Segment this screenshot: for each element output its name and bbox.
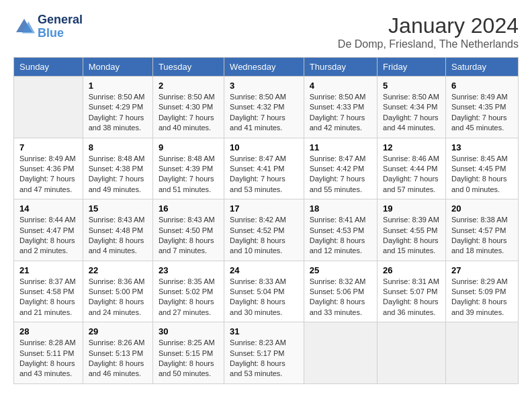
day-info: Sunrise: 8:47 AMSunset: 4:42 PMDaylight:… — [310, 154, 371, 195]
day-number: 8 — [89, 142, 147, 152]
header-saturday: Saturday — [445, 58, 518, 77]
day-info: Sunrise: 8:38 AMSunset: 4:57 PMDaylight:… — [451, 215, 513, 257]
day-info: Sunrise: 8:31 AMSunset: 5:07 PMDaylight:… — [383, 277, 440, 318]
day-number: 6 — [451, 81, 513, 91]
calendar-cell: 23Sunrise: 8:35 AMSunset: 5:02 PMDayligh… — [152, 261, 224, 322]
calendar-cell: 29Sunrise: 8:26 AMSunset: 5:13 PMDayligh… — [83, 322, 152, 384]
day-number: 28 — [19, 326, 77, 336]
calendar-cell: 9Sunrise: 8:48 AMSunset: 4:39 PMDaylight… — [152, 138, 224, 199]
day-info: Sunrise: 8:43 AMSunset: 4:50 PMDaylight:… — [159, 215, 218, 257]
subtitle: De Domp, Friesland, The Netherlands — [338, 38, 519, 50]
calendar-cell: 27Sunrise: 8:29 AMSunset: 5:09 PMDayligh… — [445, 261, 518, 322]
main-title: January 2024 — [338, 13, 519, 38]
day-info: Sunrise: 8:44 AMSunset: 4:47 PMDaylight:… — [19, 215, 77, 257]
calendar-cell: 24Sunrise: 8:33 AMSunset: 5:04 PMDayligh… — [224, 261, 304, 322]
day-number: 20 — [451, 203, 513, 214]
week-row-4: 28Sunrise: 8:28 AMSunset: 5:11 PMDayligh… — [14, 322, 519, 384]
day-info: Sunrise: 8:45 AMSunset: 4:45 PMDaylight:… — [451, 154, 513, 195]
calendar-cell — [304, 322, 377, 384]
week-row-1: 7Sunrise: 8:49 AMSunset: 4:36 PMDaylight… — [14, 138, 519, 199]
day-number: 18 — [310, 203, 371, 214]
calendar-cell: 22Sunrise: 8:36 AMSunset: 5:00 PMDayligh… — [83, 261, 152, 322]
day-info: Sunrise: 8:33 AMSunset: 5:04 PMDaylight:… — [230, 277, 298, 318]
day-info: Sunrise: 8:48 AMSunset: 4:39 PMDaylight:… — [159, 154, 218, 195]
calendar-cell: 20Sunrise: 8:38 AMSunset: 4:57 PMDayligh… — [445, 199, 518, 261]
calendar-cell: 17Sunrise: 8:42 AMSunset: 4:52 PMDayligh… — [224, 199, 304, 261]
header-thursday: Thursday — [304, 58, 377, 77]
day-number: 10 — [230, 142, 298, 152]
week-row-3: 21Sunrise: 8:37 AMSunset: 4:58 PMDayligh… — [14, 261, 519, 322]
calendar-cell: 12Sunrise: 8:46 AMSunset: 4:44 PMDayligh… — [378, 138, 446, 199]
calendar-cell: 26Sunrise: 8:31 AMSunset: 5:07 PMDayligh… — [378, 261, 446, 322]
logo-line2: Blue — [38, 26, 64, 40]
day-number: 2 — [159, 81, 218, 91]
calendar-cell — [378, 322, 446, 384]
calendar-cell: 13Sunrise: 8:45 AMSunset: 4:45 PMDayligh… — [445, 138, 518, 199]
day-info: Sunrise: 8:26 AMSunset: 5:13 PMDaylight:… — [89, 338, 147, 379]
day-info: Sunrise: 8:46 AMSunset: 4:44 PMDaylight:… — [383, 154, 440, 195]
day-info: Sunrise: 8:48 AMSunset: 4:38 PMDaylight:… — [89, 154, 147, 195]
header-sunday: Sunday — [14, 58, 83, 77]
logo-line1: General — [38, 13, 83, 27]
day-info: Sunrise: 8:49 AMSunset: 4:36 PMDaylight:… — [19, 154, 77, 195]
day-number: 1 — [89, 81, 147, 91]
day-number: 13 — [451, 142, 513, 152]
day-info: Sunrise: 8:37 AMSunset: 4:58 PMDaylight:… — [19, 277, 77, 318]
day-info: Sunrise: 8:41 AMSunset: 4:53 PMDaylight:… — [310, 215, 371, 257]
calendar-cell: 2Sunrise: 8:50 AMSunset: 4:30 PMDaylight… — [152, 77, 224, 138]
day-info: Sunrise: 8:36 AMSunset: 5:00 PMDaylight:… — [89, 277, 147, 318]
logo-icon — [13, 16, 35, 38]
day-number: 22 — [89, 265, 147, 275]
day-info: Sunrise: 8:42 AMSunset: 4:52 PMDaylight:… — [230, 215, 298, 257]
day-number: 19 — [383, 203, 440, 214]
calendar-cell: 11Sunrise: 8:47 AMSunset: 4:42 PMDayligh… — [304, 138, 377, 199]
day-info: Sunrise: 8:50 AMSunset: 4:32 PMDaylight:… — [230, 92, 298, 134]
calendar-cell: 14Sunrise: 8:44 AMSunset: 4:47 PMDayligh… — [14, 199, 83, 261]
day-info: Sunrise: 8:28 AMSunset: 5:11 PMDaylight:… — [19, 338, 77, 379]
week-row-2: 14Sunrise: 8:44 AMSunset: 4:47 PMDayligh… — [14, 199, 519, 261]
day-number: 25 — [310, 265, 371, 275]
day-number: 7 — [19, 142, 77, 152]
page-header: General Blue January 2024 De Domp, Fries… — [13, 13, 519, 50]
day-info: Sunrise: 8:50 AMSunset: 4:29 PMDaylight:… — [89, 92, 147, 134]
calendar-cell — [445, 322, 518, 384]
calendar-cell — [14, 77, 83, 138]
day-info: Sunrise: 8:50 AMSunset: 4:30 PMDaylight:… — [159, 92, 218, 134]
day-info: Sunrise: 8:23 AMSunset: 5:17 PMDaylight:… — [230, 338, 298, 379]
calendar-cell: 5Sunrise: 8:50 AMSunset: 4:34 PMDaylight… — [378, 77, 446, 138]
header-tuesday: Tuesday — [152, 58, 224, 77]
day-info: Sunrise: 8:32 AMSunset: 5:06 PMDaylight:… — [310, 277, 371, 318]
day-number: 21 — [19, 265, 77, 275]
day-info: Sunrise: 8:49 AMSunset: 4:35 PMDaylight:… — [451, 92, 513, 134]
header-monday: Monday — [83, 58, 152, 77]
day-number: 30 — [159, 326, 218, 336]
day-number: 15 — [89, 203, 147, 214]
calendar-cell: 6Sunrise: 8:49 AMSunset: 4:35 PMDaylight… — [445, 77, 518, 138]
calendar-cell: 8Sunrise: 8:48 AMSunset: 4:38 PMDaylight… — [83, 138, 152, 199]
calendar-cell: 30Sunrise: 8:25 AMSunset: 5:15 PMDayligh… — [152, 322, 224, 384]
week-row-0: 1Sunrise: 8:50 AMSunset: 4:29 PMDaylight… — [14, 77, 519, 138]
day-info: Sunrise: 8:43 AMSunset: 4:48 PMDaylight:… — [89, 215, 147, 257]
calendar-cell: 28Sunrise: 8:28 AMSunset: 5:11 PMDayligh… — [14, 322, 83, 384]
calendar-cell: 15Sunrise: 8:43 AMSunset: 4:48 PMDayligh… — [83, 199, 152, 261]
day-info: Sunrise: 8:47 AMSunset: 4:41 PMDaylight:… — [230, 154, 298, 195]
day-info: Sunrise: 8:25 AMSunset: 5:15 PMDaylight:… — [159, 338, 218, 379]
day-number: 24 — [230, 265, 298, 275]
day-number: 31 — [230, 326, 298, 336]
calendar-cell: 31Sunrise: 8:23 AMSunset: 5:17 PMDayligh… — [224, 322, 304, 384]
day-number: 27 — [451, 265, 513, 275]
day-number: 16 — [159, 203, 218, 214]
calendar-header-row: SundayMondayTuesdayWednesdayThursdayFrid… — [14, 58, 519, 77]
calendar-cell: 7Sunrise: 8:49 AMSunset: 4:36 PMDaylight… — [14, 138, 83, 199]
day-number: 14 — [19, 203, 77, 214]
logo-text: General Blue — [38, 13, 83, 40]
day-number: 5 — [383, 81, 440, 91]
calendar-cell: 21Sunrise: 8:37 AMSunset: 4:58 PMDayligh… — [14, 261, 83, 322]
day-number: 26 — [383, 265, 440, 275]
day-number: 9 — [159, 142, 218, 152]
calendar-cell: 19Sunrise: 8:39 AMSunset: 4:55 PMDayligh… — [378, 199, 446, 261]
header-wednesday: Wednesday — [224, 58, 304, 77]
calendar-table: SundayMondayTuesdayWednesdayThursdayFrid… — [13, 57, 519, 384]
day-number: 23 — [159, 265, 218, 275]
day-info: Sunrise: 8:50 AMSunset: 4:34 PMDaylight:… — [383, 92, 440, 134]
